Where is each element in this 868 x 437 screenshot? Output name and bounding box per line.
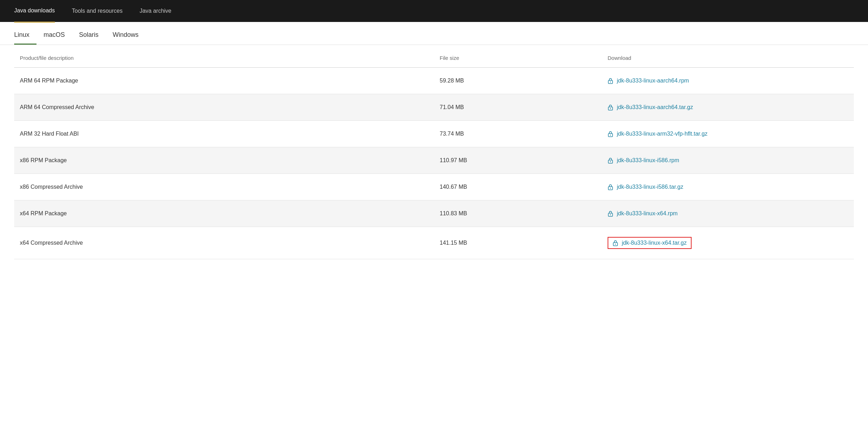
downloads-table-container: Product/file description File size Downl…	[0, 49, 868, 259]
os-tab-bar: Linux macOS Solaris Windows	[0, 25, 868, 45]
cell-description: x86 Compressed Archive	[14, 174, 434, 200]
cell-filesize: 110.83 MB	[434, 200, 602, 227]
cell-filesize: 59.28 MB	[434, 68, 602, 94]
col-header-download: Download	[602, 49, 854, 68]
download-link[interactable]: jdk-8u333-linux-arm32-vfp-hflt.tar.gz	[608, 131, 848, 137]
cell-filesize: 110.97 MB	[434, 147, 602, 174]
tab-windows[interactable]: Windows	[113, 25, 146, 45]
table-row: ARM 64 RPM Package59.28 MB jdk-8u333-lin…	[14, 68, 854, 94]
nav-tools-resources[interactable]: Tools and resources	[72, 0, 123, 22]
lock-icon	[608, 131, 613, 137]
table-row: x64 RPM Package110.83 MB jdk-8u333-linux…	[14, 200, 854, 227]
download-filename: jdk-8u333-linux-aarch64.tar.gz	[617, 104, 693, 110]
download-link[interactable]: jdk-8u333-linux-x64.tar.gz	[608, 237, 692, 249]
download-link[interactable]: jdk-8u333-linux-i586.tar.gz	[608, 184, 848, 190]
tab-linux[interactable]: Linux	[14, 25, 36, 45]
col-header-filesize: File size	[434, 49, 602, 68]
download-filename: jdk-8u333-linux-arm32-vfp-hflt.tar.gz	[617, 131, 708, 137]
cell-filesize: 140.67 MB	[434, 174, 602, 200]
lock-icon	[608, 104, 613, 110]
cell-download: jdk-8u333-linux-arm32-vfp-hflt.tar.gz	[602, 121, 854, 147]
cell-download: jdk-8u333-linux-i586.rpm	[602, 147, 854, 174]
lock-icon	[608, 157, 613, 164]
download-filename: jdk-8u333-linux-x64.rpm	[617, 210, 678, 217]
download-link[interactable]: jdk-8u333-linux-aarch64.rpm	[608, 78, 848, 84]
tab-macos[interactable]: macOS	[44, 25, 72, 45]
cell-download: jdk-8u333-linux-aarch64.rpm	[602, 68, 854, 94]
download-filename: jdk-8u333-linux-x64.tar.gz	[622, 240, 687, 246]
cell-download: jdk-8u333-linux-x64.tar.gz	[602, 227, 854, 259]
cell-download: jdk-8u333-linux-x64.rpm	[602, 200, 854, 227]
svg-point-5	[610, 135, 611, 135]
cell-filesize: 73.74 MB	[434, 121, 602, 147]
cell-description: x86 RPM Package	[14, 147, 434, 174]
svg-point-1	[610, 81, 611, 82]
cell-description: ARM 64 RPM Package	[14, 68, 434, 94]
cell-download: jdk-8u333-linux-aarch64.tar.gz	[602, 94, 854, 121]
table-row: x86 RPM Package110.97 MB jdk-8u333-linux…	[14, 147, 854, 174]
table-row: ARM 64 Compressed Archive71.04 MB jdk-8u…	[14, 94, 854, 121]
download-link[interactable]: jdk-8u333-linux-aarch64.tar.gz	[608, 104, 848, 110]
download-filename: jdk-8u333-linux-i586.rpm	[617, 157, 679, 164]
table-header-row: Product/file description File size Downl…	[14, 49, 854, 68]
cell-description: x64 Compressed Archive	[14, 227, 434, 259]
svg-point-11	[610, 214, 611, 215]
svg-point-13	[615, 244, 616, 244]
cell-description: ARM 32 Hard Float ABI	[14, 121, 434, 147]
lock-icon	[608, 78, 613, 84]
cell-description: ARM 64 Compressed Archive	[14, 94, 434, 121]
col-header-description: Product/file description	[14, 49, 434, 68]
nav-java-archive[interactable]: Java archive	[140, 0, 171, 22]
download-link[interactable]: jdk-8u333-linux-x64.rpm	[608, 210, 848, 217]
download-filename: jdk-8u333-linux-aarch64.rpm	[617, 78, 689, 84]
cell-description: x64 RPM Package	[14, 200, 434, 227]
table-row: x86 Compressed Archive140.67 MB jdk-8u33…	[14, 174, 854, 200]
lock-icon	[613, 240, 618, 246]
tab-solaris[interactable]: Solaris	[79, 25, 106, 45]
svg-point-9	[610, 188, 611, 188]
table-row: ARM 32 Hard Float ABI73.74 MB jdk-8u333-…	[14, 121, 854, 147]
download-filename: jdk-8u333-linux-i586.tar.gz	[617, 184, 683, 190]
cell-download: jdk-8u333-linux-i586.tar.gz	[602, 174, 854, 200]
svg-point-7	[610, 161, 611, 162]
lock-icon	[608, 184, 613, 190]
svg-point-3	[610, 108, 611, 109]
table-row: x64 Compressed Archive141.15 MB jdk-8u33…	[14, 227, 854, 259]
lock-icon	[608, 210, 613, 217]
download-link[interactable]: jdk-8u333-linux-i586.rpm	[608, 157, 848, 164]
nav-java-downloads[interactable]: Java downloads	[14, 0, 55, 23]
top-navigation: Java downloads Tools and resources Java …	[0, 0, 868, 22]
cell-filesize: 71.04 MB	[434, 94, 602, 121]
cell-filesize: 141.15 MB	[434, 227, 602, 259]
downloads-table: Product/file description File size Downl…	[14, 49, 854, 259]
